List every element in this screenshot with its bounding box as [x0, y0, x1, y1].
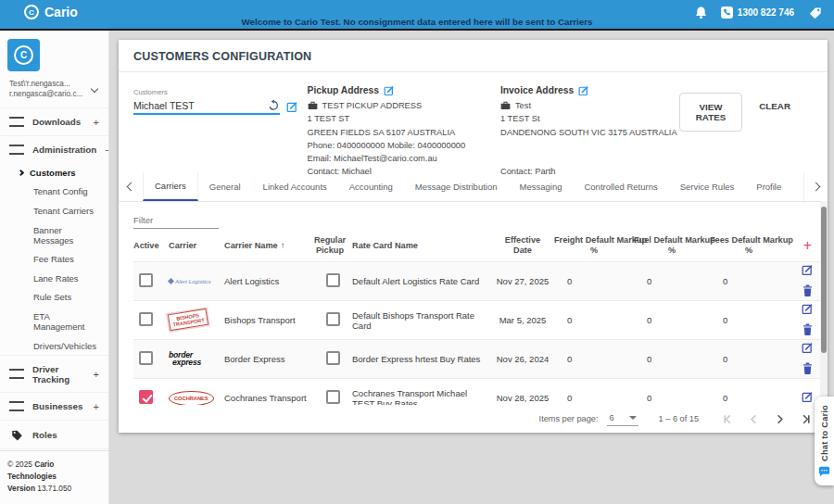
effective-date: Mar 5, 2025	[491, 315, 554, 325]
col-carrier-name[interactable]: Carrier Name↑	[224, 240, 308, 251]
sidebar-item-businesses[interactable]: Businesses +	[0, 392, 108, 420]
edit-row-icon[interactable]	[802, 391, 814, 405]
tabs-scroll-left-button[interactable]	[119, 172, 143, 201]
page-title: CUSTOMERS CONFIGURATION	[119, 40, 828, 72]
fees-markup: 0	[710, 354, 788, 364]
tab-messaging[interactable]: Messaging	[509, 172, 574, 201]
carrier-name: Bishops Transport	[224, 315, 308, 325]
undo-icon[interactable]	[268, 99, 280, 111]
version-number: 13.71.050	[37, 484, 71, 493]
edit-invoice-address-icon[interactable]	[578, 85, 589, 96]
sidebar-item-rule-sets[interactable]: Rule Sets	[0, 288, 108, 308]
tab-profile[interactable]: Profile	[745, 172, 792, 201]
customer-input[interactable]	[133, 100, 268, 111]
tab-linked-accounts[interactable]: Linked Accounts	[252, 172, 338, 201]
next-page-button[interactable]	[773, 412, 787, 426]
col-carrier: Carrier	[169, 241, 224, 251]
sidebar-item-tenant-config[interactable]: Tenant Config	[0, 183, 108, 202]
pickup-line: Phone: 0400000000 Mobile: 0400000000	[308, 139, 500, 152]
sidebar-item-banner-messages[interactable]: Banner Messages	[0, 220, 108, 250]
active-checkbox[interactable]	[139, 390, 153, 404]
pickup-line: Email: MichaelTest@cario.com.au	[308, 152, 500, 165]
page-size-select[interactable]: 6	[607, 411, 638, 426]
carrier-logo-bishops-transport: BISHOPSTRANSPORT	[168, 309, 209, 332]
sort-asc-icon: ↑	[281, 240, 285, 250]
sidebar: C Test\'r.nengasca... r.nengasca@cario.c…	[0, 31, 109, 504]
sidebar-item-label: Businesses	[32, 401, 82, 411]
active-checkbox[interactable]	[139, 312, 153, 326]
tab-accounting[interactable]: Accounting	[338, 172, 404, 201]
sidebar-item-roles[interactable]: Roles	[0, 420, 108, 448]
col-freight-markup: Freight Default Markup%	[554, 235, 634, 256]
sidebar-item-lane-rates[interactable]: Lane Rates	[0, 269, 108, 288]
customers-configuration-card: CUSTOMERS CONFIGURATION Customers	[119, 40, 828, 433]
pickup-address-title: Pickup Address	[308, 84, 379, 97]
fees-markup: 0	[710, 315, 788, 325]
active-checkbox[interactable]	[139, 273, 153, 287]
invoice-line: DANDENONG SOUTH VIC 3175 AUSTRALIA	[500, 126, 679, 139]
expand-icon: +	[94, 117, 99, 128]
clear-button[interactable]: CLEAR	[750, 93, 800, 120]
user-name: Test\'r.nengasca...	[9, 79, 88, 89]
tab-service-rules[interactable]: Service Rules	[669, 172, 746, 201]
customers-field-label: Customers	[133, 88, 286, 96]
sidebar-item-customers[interactable]: Customers	[0, 163, 108, 183]
briefcase-icon	[308, 101, 318, 110]
tabs-scroll-right-button[interactable]	[803, 172, 828, 201]
regular-pickup-checkbox[interactable]	[326, 273, 340, 287]
scrollbar-thumb[interactable]	[821, 207, 827, 353]
effective-date: Nov 27, 2025	[491, 276, 554, 286]
chat-label: Chat to Cario	[820, 405, 829, 461]
edit-pickup-address-icon[interactable]	[384, 85, 395, 96]
invoice-address-block: Invoice Address Test 1 TEST St DANDENONG…	[500, 84, 679, 167]
sidebar-item-driver-tracking[interactable]: Driver Tracking +	[0, 355, 108, 392]
copyright-text: © 2025	[7, 460, 32, 469]
delete-row-icon[interactable]	[802, 323, 813, 337]
regular-pickup-checkbox[interactable]	[326, 312, 340, 326]
filter-input[interactable]	[133, 212, 219, 229]
user-selector[interactable]: Test\'r.nengasca... r.nengasca@cario.c..…	[0, 77, 108, 107]
sidebar-item-label: Driver Tracking	[32, 364, 85, 384]
tab-controlled-returns[interactable]: Controlled Returns	[573, 172, 668, 201]
chevron-down-icon	[91, 85, 98, 93]
regular-pickup-checkbox[interactable]	[326, 390, 340, 404]
expand-icon: +	[94, 401, 99, 412]
edit-row-icon[interactable]	[802, 303, 814, 317]
edit-customer-icon[interactable]	[286, 101, 298, 113]
sidebar-item-fee-rates[interactable]: Fee Rates	[0, 249, 108, 269]
previous-page-button[interactable]	[747, 412, 761, 426]
col-fuel-markup: Fuel Default Markup%	[634, 235, 710, 256]
fees-markup: 0	[710, 393, 788, 403]
pickup-line: GREEN FIELDS SA 5107 AUSTRALIA	[308, 126, 500, 139]
invoice-name: Test	[515, 99, 531, 112]
main-area: CUSTOMERS CONFIGURATION Customers	[109, 31, 834, 504]
table-row: BISHOPSTRANSPORT Bishops Transport Defau…	[133, 300, 828, 339]
tab-carriers[interactable]: Carriers	[143, 172, 198, 201]
tab-general[interactable]: General	[198, 172, 252, 201]
sidebar-item-downloads[interactable]: Downloads +	[0, 107, 108, 135]
edit-row-icon[interactable]	[802, 264, 814, 278]
sidebar-item-eta-management[interactable]: ETA Management	[0, 307, 108, 336]
sidebar-item-tenant-carriers[interactable]: Tenant Carriers	[0, 201, 108, 220]
active-checkbox[interactable]	[139, 351, 153, 365]
rate-card-name: Default Alert Logistics Rate Card	[352, 276, 491, 286]
chat-to-cario-tab[interactable]: Chat to Cario	[815, 397, 834, 485]
carrier-name: Cochranes Transport	[224, 393, 308, 403]
regular-pickup-checkbox[interactable]	[326, 351, 340, 365]
view-rates-button[interactable]: VIEW RATES	[679, 93, 743, 132]
last-page-button[interactable]	[799, 412, 813, 426]
cario-app-icon[interactable]: C	[7, 39, 40, 71]
briefcase-icon	[500, 101, 511, 110]
sidebar-item-administration[interactable]: Administration −	[0, 135, 108, 163]
delete-row-icon[interactable]	[802, 284, 813, 298]
sidebar-item-drivers-vehicles[interactable]: Drivers/Vehicles	[0, 336, 108, 356]
first-page-button[interactable]	[721, 412, 735, 426]
items-per-page-label: Items per page:	[539, 414, 599, 423]
chat-bubble-icon	[818, 466, 830, 477]
delete-row-icon[interactable]	[802, 362, 813, 376]
col-regular-pickup: RegularPickup	[308, 235, 352, 256]
edit-row-icon[interactable]	[802, 342, 814, 356]
freight-markup: 0	[554, 276, 634, 286]
col-fees-markup: Fees Default Markup%	[710, 235, 788, 256]
tab-message-distribution[interactable]: Message Distribution	[404, 172, 509, 201]
